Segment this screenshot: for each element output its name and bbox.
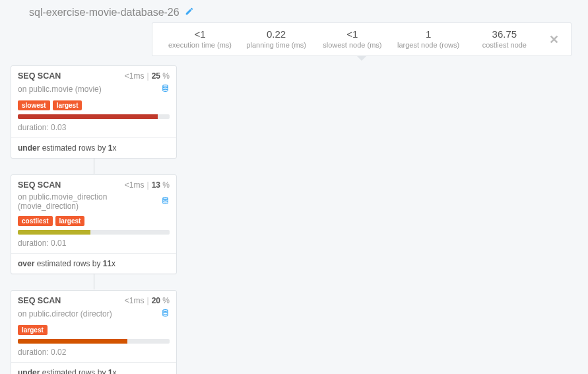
separator: | xyxy=(147,71,149,81)
estimate-direction: under xyxy=(18,143,40,153)
stat-label: slowest node (ms) xyxy=(321,41,383,49)
node-header: SEQ SCAN<1ms|20 % xyxy=(11,291,176,308)
tag-largest: largest xyxy=(18,325,48,335)
node-percent: 25 xyxy=(152,71,160,81)
close-icon[interactable]: ✕ xyxy=(542,31,562,47)
duration-bar xyxy=(18,230,170,235)
node-tags: largest xyxy=(11,322,176,339)
duration-label: duration: xyxy=(18,239,51,248)
node-header: SEQ SCAN<1ms|25 % xyxy=(11,66,176,83)
node-time: <1ms xyxy=(125,296,145,305)
node-op-title: SEQ SCAN xyxy=(18,180,61,190)
stat-label: execution time (ms) xyxy=(168,41,232,49)
page-title-row: sql-exercise-movie-database-26 xyxy=(0,0,588,19)
duration-row: duration: 0.03 xyxy=(11,122,176,138)
node-relation-row: on public.movie (movie) xyxy=(11,83,176,98)
percent-suffix: % xyxy=(160,71,170,81)
database-icon xyxy=(161,308,170,320)
node-percent: 20 xyxy=(152,296,160,305)
tag-slowest: slowest xyxy=(18,100,50,110)
duration-value: 0.01 xyxy=(51,239,66,248)
stat-largest: 1 largest node (rows) xyxy=(390,28,466,49)
duration-row: duration: 0.01 xyxy=(11,237,176,254)
node-timing: <1ms|25 % xyxy=(125,71,170,81)
stat-plan-time: 0.22 planning time (ms) xyxy=(238,28,314,49)
stat-value: 36.75 xyxy=(473,28,536,40)
estimate-direction: under xyxy=(18,368,40,374)
node-header: SEQ SCAN<1ms|13 % xyxy=(11,175,176,192)
node-time: <1ms xyxy=(125,180,145,190)
node-time: <1ms xyxy=(125,71,145,81)
estimate-factor: 11 xyxy=(103,259,112,268)
duration-bar-fill xyxy=(18,339,127,344)
node-percent: 13 xyxy=(152,180,160,190)
node-relation: on public.movie_direction (movie_directi… xyxy=(18,192,161,211)
stat-exec-time: <1 execution time (ms) xyxy=(162,28,238,49)
duration-label: duration: xyxy=(18,348,51,357)
estimate-row: over estimated rows by 11x xyxy=(11,254,176,274)
duration-label: duration: xyxy=(18,123,51,132)
stat-value: <1 xyxy=(321,28,383,40)
stat-value: 1 xyxy=(397,28,459,40)
estimate-suffix: x xyxy=(112,259,115,268)
stat-label: costliest node xyxy=(473,41,536,49)
node-relation-row: on public.director (director) xyxy=(11,308,176,322)
edit-icon[interactable] xyxy=(185,7,194,19)
estimate-row: under estimated rows by 1x xyxy=(11,363,176,374)
duration-value: 0.03 xyxy=(51,123,66,132)
separator: | xyxy=(147,180,149,190)
estimate-suffix: x xyxy=(112,143,116,153)
duration-bar xyxy=(18,339,170,344)
node-op-title: SEQ SCAN xyxy=(18,71,61,81)
node-relation: on public.director (director) xyxy=(18,309,112,318)
duration-value: 0.02 xyxy=(51,348,66,357)
database-icon xyxy=(161,196,170,207)
stat-label: largest node (rows) xyxy=(397,41,459,49)
stat-costliest: 36.75 costliest node xyxy=(467,28,542,49)
duration-bar xyxy=(18,114,170,119)
stat-value: <1 xyxy=(168,28,232,40)
estimate-suffix: x xyxy=(112,368,116,374)
node-op-title: SEQ SCAN xyxy=(18,296,61,305)
plan-node[interactable]: SEQ SCAN<1ms|20 %on public.director (dir… xyxy=(11,290,177,374)
stat-label: planning time (ms) xyxy=(245,41,308,49)
node-timing: <1ms|20 % xyxy=(125,296,170,305)
plan-node[interactable]: SEQ SCAN<1ms|13 %on public.movie_directi… xyxy=(11,174,177,274)
percent-suffix: % xyxy=(160,296,170,305)
node-tags: costliestlargest xyxy=(11,213,176,230)
tag-costliest: costliest xyxy=(18,216,53,226)
estimate-direction: over xyxy=(18,259,34,268)
duration-bar-fill xyxy=(18,230,90,235)
estimate-row: under estimated rows by 1x xyxy=(11,138,176,158)
stat-value: 0.22 xyxy=(245,28,308,40)
node-tags: slowestlargest xyxy=(11,98,176,114)
separator: | xyxy=(147,296,149,305)
plan-node[interactable]: SEQ SCAN<1ms|25 %on public.movie (movie)… xyxy=(11,65,177,159)
estimate-mid: estimated rows by xyxy=(40,368,108,374)
estimate-mid: estimated rows by xyxy=(40,143,108,153)
node-timing: <1ms|13 % xyxy=(125,180,170,190)
plan-title: sql-exercise-movie-database-26 xyxy=(29,7,180,19)
database-icon xyxy=(161,83,170,95)
stats-bar: <1 execution time (ms) 0.22 planning tim… xyxy=(152,22,572,56)
node-relation-row: on public.movie_direction (movie_directi… xyxy=(11,192,176,213)
estimate-mid: estimated rows by xyxy=(34,259,102,268)
tag-largest: largest xyxy=(53,100,82,110)
duration-bar-fill xyxy=(18,114,158,119)
percent-suffix: % xyxy=(160,180,170,190)
tag-largest: largest xyxy=(55,216,85,226)
duration-row: duration: 0.02 xyxy=(11,346,176,363)
plan-tree: SEQ SCAN<1ms|25 %on public.movie (movie)… xyxy=(11,65,182,374)
stat-slowest: <1 slowest node (ms) xyxy=(314,28,390,49)
node-relation: on public.movie (movie) xyxy=(18,85,102,94)
